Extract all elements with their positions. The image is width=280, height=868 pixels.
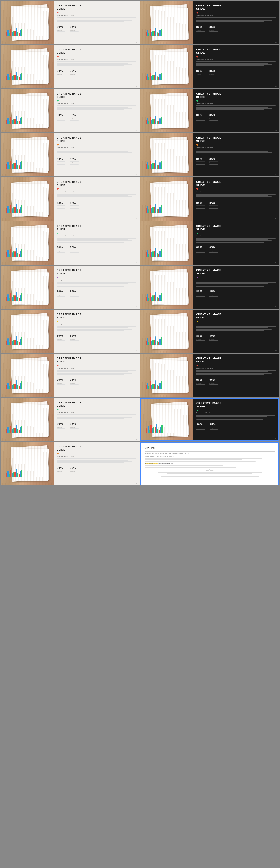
stat-label-2: Lorem Ipsum <box>70 250 79 252</box>
slide-desc <box>196 149 276 155</box>
chart-area <box>6 323 30 345</box>
slide-card-16[interactable]: CREATIVE IMAGE SLIDE Lorem ipsum dolor s… <box>140 310 279 353</box>
slide-card-5[interactable]: CREATIVE IMAGE SLIDE Lorem ipsum dolor s… <box>1 89 140 132</box>
paper-overlay-back <box>10 445 49 482</box>
stat-label-1: Lorem Ipsum <box>57 427 65 428</box>
slide-card-6[interactable]: CREATIVE IMAGE SLIDE Lorem ipsum dolor s… <box>140 89 279 132</box>
stat-item-1: 80% Lorem Ipsum <box>196 290 205 298</box>
slide-desc <box>196 370 276 375</box>
slide-card-19[interactable]: CREATIVE IMAGE SLIDE Lorem ipsum dolor s… <box>1 398 140 441</box>
slide-number-badge: 810 <box>136 130 137 131</box>
wood-texture <box>140 177 193 221</box>
slide-image-area <box>1 398 54 441</box>
paper-overlay-back <box>10 357 49 394</box>
stat-number-1: 80% <box>57 378 65 381</box>
slide-title: CREATIVE IMAGE SLIDE <box>196 269 276 275</box>
slide-card-4[interactable]: CREATIVE IMAGE SLIDE Lorem ipsum dolor s… <box>140 45 279 88</box>
stat-label-1: Lorem Ipsum <box>57 294 65 296</box>
slide-inner: CREATIVE IMAGE SLIDE Lorem ipsum dolor s… <box>140 221 279 265</box>
slide-desc <box>57 370 136 375</box>
slide-stats: 80% Lorem Ipsum 85% Lorem Ipsum <box>196 202 276 209</box>
paper-overlay-back <box>150 357 189 394</box>
stat-item-1: 80% Lorem Ipsum <box>196 423 205 430</box>
slide-arrow-icon <box>57 144 59 146</box>
slide-card-7[interactable]: CREATIVE IMAGE SLIDE Lorem ipsum dolor s… <box>1 133 140 177</box>
slide-card-22[interactable]: 제작자 문의 안녕하세요, 해당 파일을 구매하신 분들을 위해 제작자 문의 … <box>140 442 279 485</box>
slide-card-13[interactable]: CREATIVE IMAGE SLIDE Lorem ipsum dolor s… <box>1 266 140 309</box>
slide-arrow-icon <box>196 144 198 146</box>
slide-card-12[interactable]: CREATIVE IMAGE SLIDE Lorem ipsum dolor s… <box>140 221 279 265</box>
slide-content: CREATIVE IMAGE SLIDE Lorem ipsum dolor s… <box>193 89 279 132</box>
stat-item-1: 80% Lorem Ipsum <box>196 25 205 33</box>
chart-area <box>146 235 169 257</box>
slide-content: CREATIVE IMAGE SLIDE Lorem ipsum dolor s… <box>54 398 140 441</box>
slide-card-21[interactable]: CREATIVE IMAGE SLIDE Lorem ipsum dolor s… <box>1 442 140 485</box>
slide-card-8[interactable]: CREATIVE IMAGE SLIDE Lorem ipsum dolor s… <box>140 133 279 177</box>
slide-image-area <box>1 133 54 177</box>
slide-card-1[interactable]: CREATIVE IMAGE SLIDE Lorem ipsum dolor s… <box>1 1 140 44</box>
slide-content: CREATIVE IMAGE SLIDE Lorem ipsum dolor s… <box>54 266 140 309</box>
stat-item-2: 85% Lorem Ipsum <box>70 290 79 298</box>
stat-label-2: Lorem Ipsum <box>209 383 218 384</box>
slide-title: CREATIVE IMAGE SLIDE <box>196 4 276 11</box>
slide-card-15[interactable]: CREATIVE IMAGE SLIDE Lorem ipsum dolor s… <box>1 310 140 353</box>
stat-number-1: 80% <box>57 113 65 117</box>
slide-card-18[interactable]: CREATIVE IMAGE SLIDE Lorem ipsum dolor s… <box>140 354 279 397</box>
slide-number-badge: 863 <box>275 262 277 264</box>
slide-card-17[interactable]: CREATIVE IMAGE SLIDE Lorem ipsum dolor s… <box>1 354 140 397</box>
slide-title: CREATIVE IMAGE SLIDE <box>57 4 136 11</box>
stat-item-2: 85% Lorem Ipsum <box>70 422 79 430</box>
slide-inner: CREATIVE IMAGE SLIDE Lorem ipsum dolor s… <box>1 354 140 397</box>
slide-desc <box>196 61 276 67</box>
slide-card-10[interactable]: CREATIVE IMAGE SLIDE Lorem ipsum dolor s… <box>140 177 279 221</box>
slide-subtitle: Lorem ipsum dolor sit amet <box>196 412 275 413</box>
slide-card-9[interactable]: CREATIVE IMAGE SLIDE Lorem ipsum dolor s… <box>1 177 140 221</box>
slide-image-area <box>1 310 54 353</box>
slide-arrow-icon <box>196 365 198 366</box>
slide-card-3[interactable]: CREATIVE IMAGE SLIDE Lorem ipsum dolor s… <box>1 45 140 88</box>
slide-card-11[interactable]: CREATIVE IMAGE SLIDE Lorem ipsum dolor s… <box>1 221 140 265</box>
slide-number-badge: 861 <box>275 174 277 175</box>
slide-content: CREATIVE IMAGE SLIDE Lorem ipsum dolor s… <box>54 442 140 485</box>
slide-inner: CREATIVE IMAGE SLIDE Lorem ipsum dolor s… <box>1 310 140 353</box>
slide-title: CREATIVE IMAGE SLIDE <box>196 313 276 319</box>
slide-content: CREATIVE IMAGE SLIDE Lorem ipsum dolor s… <box>193 354 279 397</box>
slide-title: CREATIVE IMAGE SLIDE <box>57 48 136 55</box>
stat-label-1: Lorem Ipsum <box>196 383 205 384</box>
slide-number-badge: 808 <box>136 41 137 43</box>
slide-image-area <box>1 221 54 265</box>
wood-texture <box>140 1 193 44</box>
stat-item-1: 80% Lorem Ipsum <box>57 25 65 33</box>
slide-arrow-icon <box>196 277 198 278</box>
stat-label-2: Lorem Ipsum <box>70 427 79 428</box>
slide-image-area <box>1 1 54 44</box>
slide-title: CREATIVE IMAGE SLIDE <box>57 224 136 231</box>
slide-card-2[interactable]: CREATIVE IMAGE SLIDE Lorem ipsum dolor s… <box>140 1 279 44</box>
slide-subtitle: Lorem ipsum dolor sit amet <box>196 235 276 237</box>
slide-inner: CREATIVE IMAGE SLIDE Lorem ipsum dolor s… <box>1 45 140 88</box>
slide-inner: CREATIVE IMAGE SLIDE Lorem ipsum dolor s… <box>1 266 140 309</box>
slide-subtitle: Lorem ipsum dolor sit amet <box>57 412 136 413</box>
stat-item-2: 85% Lorem Ipsum <box>209 202 218 209</box>
stat-number-2: 85% <box>209 157 218 161</box>
slide-title: CREATIVE IMAGE SLIDE <box>57 269 136 275</box>
stat-item-2: 85% Lorem Ipsum <box>70 25 79 33</box>
paper-overlay-front <box>153 7 188 40</box>
slide-desc <box>57 149 136 155</box>
slide-number-badge: 813 <box>136 262 137 264</box>
slide-content: CREATIVE IMAGE SLIDE Lorem ipsum dolor s… <box>54 45 140 88</box>
slide-card-14[interactable]: CREATIVE IMAGE SLIDE Lorem ipsum dolor s… <box>140 266 279 309</box>
stat-number-2: 85% <box>70 25 79 28</box>
stat-label-2: Lorem Ipsum <box>70 471 79 472</box>
slide-card-20[interactable]: CREATIVE IMAGE SLIDE Lorem ipsum dolor s… <box>140 398 279 441</box>
stat-number-2: 85% <box>70 113 79 117</box>
slide-desc <box>196 17 276 23</box>
stat-label-2: Lorem Ipsum <box>209 74 218 75</box>
slide-number-badge: 858 <box>275 41 277 43</box>
stat-item-2: 85% Lorem Ipsum <box>209 378 218 385</box>
stat-number-2: 85% <box>70 202 79 205</box>
paper-overlay-back <box>10 269 49 305</box>
slide-stats: 80% Lorem Ipsum 85% Lorem Ipsum <box>196 246 276 253</box>
wood-texture <box>140 133 193 177</box>
wood-texture <box>1 398 54 441</box>
